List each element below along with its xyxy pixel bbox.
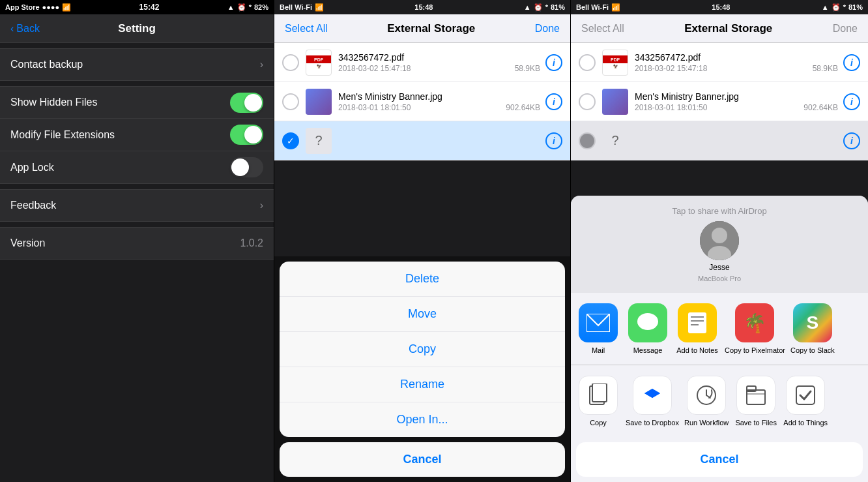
action-move[interactable]: Move [280, 297, 565, 332]
action-cancel-2[interactable]: Cancel [280, 442, 565, 477]
wifi-icon-1: 📶 [62, 3, 71, 12]
location-icon-1: ▲ [227, 3, 235, 11]
signal-bars-1: ●●●● [42, 3, 60, 11]
file-size-1-3: 58.9KB [813, 64, 838, 73]
file-item-1-2[interactable]: PDF 🦅 3432567472.pdf 2018-03-02 15:47:18… [274, 43, 570, 82]
share-action-dropbox[interactable]: Save to Dropbox [626, 376, 679, 427]
modify-ext-label: Modify File Extensions [10, 129, 115, 141]
share-app-notes[interactable]: Add to Notes [675, 303, 719, 354]
copy-action-label: Copy [590, 419, 607, 427]
settings-item-app-lock[interactable]: App Lock [0, 151, 274, 184]
settings-item-show-hidden[interactable]: Show Hidden Files [0, 86, 274, 119]
action-rename[interactable]: Rename [280, 367, 565, 402]
battery-2: 81% [551, 3, 565, 11]
settings-section-2: Show Hidden Files Modify File Extensions… [0, 86, 274, 184]
file-item-2-2[interactable]: Men's Ministry Banner.jpg 2018-03-01 18:… [274, 82, 570, 121]
status-bar-2: Bell Wi-Fi 📶 15:48 ▲ ⏰ * 81% [274, 0, 570, 14]
files-action-label: Save to Files [735, 419, 777, 427]
file-checkbox-2-3[interactable] [579, 93, 596, 110]
things-action-label: Add to Things [783, 419, 828, 427]
file-checkbox-1-3[interactable] [579, 54, 596, 71]
done-button-3[interactable]: Done [833, 23, 858, 35]
settings-item-contact-backup[interactable]: Contact backup › [0, 48, 274, 81]
file-item-1-3[interactable]: PDF 🦅 3432567472.pdf 2018-03-02 15:47:18… [571, 43, 868, 82]
file-list-3: PDF 🦅 3432567472.pdf 2018-03-02 15:47:18… [571, 43, 868, 160]
file-date-2-2: 2018-03-01 18:01:50 [338, 103, 411, 112]
share-app-message[interactable]: Message [626, 303, 670, 354]
share-action-copy[interactable]: Copy [576, 376, 620, 427]
file-date-2-3: 2018-03-01 18:01:50 [635, 103, 707, 112]
nav-title-1: Setting [118, 22, 156, 35]
show-hidden-toggle[interactable] [230, 93, 263, 113]
select-all-button-3[interactable]: Select All [581, 23, 624, 35]
share-action-things[interactable]: Add to Things [783, 376, 828, 427]
share-app-slack[interactable]: S Copy to Slack [790, 303, 835, 354]
file-name-1-3: 3432567472.pdf [635, 52, 838, 63]
file-checkbox-3-3[interactable] [579, 132, 596, 149]
file-item-3-2[interactable]: ✓ ? i [274, 121, 570, 160]
file-name-2-2: Men's Ministry Banner.jpg [338, 91, 540, 102]
file-checkbox-2-2[interactable] [282, 93, 299, 110]
file-item-3-3[interactable]: ? i [571, 121, 868, 160]
settings-item-version: Version 1.0.2 [0, 227, 274, 260]
back-chevron-icon: ‹ [10, 23, 14, 35]
svg-rect-7 [688, 312, 706, 333]
location-icon-3: ▲ [822, 3, 829, 11]
file-thumb-1-2: PDF 🦅 [306, 50, 332, 76]
file-thumb-1-3: PDF 🦅 [602, 50, 628, 76]
share-cancel-button[interactable]: Cancel [576, 442, 863, 477]
file-info-button-2-2[interactable]: i [545, 93, 562, 110]
done-button-2[interactable]: Done [535, 23, 560, 35]
airdrop-person-name: Jesse [709, 263, 729, 272]
file-date-1-2: 2018-03-02 15:47:18 [338, 64, 411, 73]
settings-section-3: Feedback › [0, 189, 274, 222]
file-date-1-3: 2018-03-02 15:47:18 [635, 64, 707, 73]
share-panel: Bell Wi-Fi 📶 15:48 ▲ ⏰ * 81% Select All … [570, 0, 868, 482]
status-bar-3: Bell Wi-Fi 📶 15:48 ▲ ⏰ * 81% [571, 0, 868, 14]
share-app-pixelmator[interactable]: 🌴 Copy to Pixelmator [725, 303, 785, 354]
slack-app-label: Copy to Slack [790, 346, 835, 354]
share-app-mail[interactable]: Mail [576, 303, 620, 354]
back-button[interactable]: ‹ Back [10, 23, 40, 35]
file-info-button-3-3[interactable]: i [843, 132, 860, 149]
alarm-icon-3: ⏰ [832, 3, 841, 12]
action-delete[interactable]: Delete [280, 262, 565, 297]
file-thumb-3-3: ? [602, 128, 628, 154]
things-action-icon [786, 376, 825, 415]
select-all-button-2[interactable]: Select All [285, 23, 328, 35]
mail-app-label: Mail [592, 346, 605, 354]
app-lock-toggle[interactable] [230, 157, 263, 177]
action-open-in[interactable]: Open In... [280, 402, 565, 437]
file-name-2-3: Men's Ministry Banner.jpg [635, 91, 838, 102]
notes-app-label: Add to Notes [676, 346, 718, 354]
settings-item-modify-ext[interactable]: Modify File Extensions [0, 119, 274, 151]
contact-backup-label: Contact backup [10, 59, 83, 70]
settings-item-feedback[interactable]: Feedback › [0, 189, 274, 222]
file-info-button-1-3[interactable]: i [843, 54, 860, 71]
settings-list: Contact backup › Show Hidden Files Modif… [0, 43, 274, 482]
time-2: 15:48 [414, 3, 433, 11]
file-checkbox-1-2[interactable] [282, 54, 299, 71]
pixelmator-app-icon: 🌴 [735, 303, 774, 342]
file-item-2-3[interactable]: Men's Ministry Banner.jpg 2018-03-01 18:… [571, 82, 868, 121]
share-action-files[interactable]: Save to Files [734, 376, 778, 427]
notes-app-icon [678, 303, 717, 342]
file-checkbox-3-2[interactable]: ✓ [282, 132, 299, 149]
file-size-2-3: 902.64KB [803, 103, 838, 112]
img-thumb-2-2 [306, 89, 332, 115]
action-copy[interactable]: Copy [280, 332, 565, 367]
file-info-2-2: Men's Ministry Banner.jpg 2018-03-01 18:… [338, 91, 540, 112]
file-info-button-3-2[interactable]: i [545, 132, 562, 149]
airdrop-section: Tap to share with AirDrop Jesse MacBook … [571, 196, 868, 293]
airdrop-person[interactable]: Jesse MacBook Pro [698, 221, 741, 282]
copy-action-icon [579, 376, 618, 415]
share-action-workflow[interactable]: Run Workflow [684, 376, 729, 427]
modify-ext-toggle[interactable] [230, 125, 263, 145]
file-size-2-2: 902.64KB [506, 103, 540, 112]
storage-title-2: External Storage [387, 22, 475, 35]
back-label: Back [16, 23, 40, 35]
settings-section-4: Version 1.0.2 [0, 227, 274, 260]
file-info-button-1-2[interactable]: i [545, 54, 562, 71]
file-info-button-2-3[interactable]: i [843, 93, 860, 110]
app-lock-knob [231, 158, 249, 176]
